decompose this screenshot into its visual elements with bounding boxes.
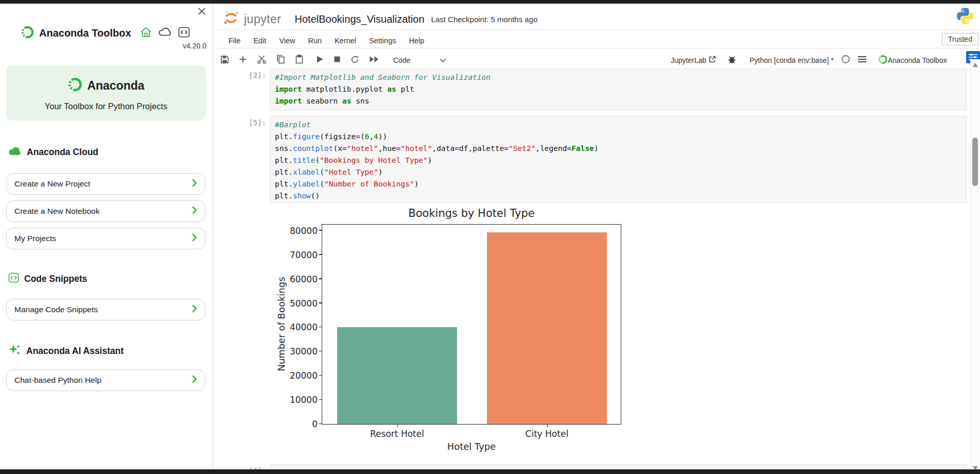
run-icon[interactable] <box>316 55 324 65</box>
code-cell-editor[interactable]: #Import Matplotlib and Seaborn for Visua… <box>270 69 967 110</box>
add-cell-icon[interactable] <box>239 55 247 65</box>
anaconda-logo-icon <box>67 77 83 94</box>
checkpoint-text: Last Checkpoint: 5 months ago <box>431 15 538 24</box>
chevron-down-icon[interactable] <box>440 56 446 65</box>
python-logo-icon <box>956 7 974 27</box>
sparkles-icon <box>7 343 22 359</box>
code-icon[interactable] <box>178 27 190 40</box>
bar-0 <box>337 327 457 424</box>
sidebar-item-my-projects[interactable]: My Projects <box>6 228 205 249</box>
sidebar-item-create-project[interactable]: Create a New Project <box>6 173 205 195</box>
sidebar-brand-title: Anaconda Toolbox <box>39 27 131 39</box>
bug-icon[interactable] <box>727 55 737 66</box>
section-title-ai-assistant: Anaconda AI Assistant <box>26 346 124 357</box>
section-title-anaconda-cloud: Anaconda Cloud <box>27 147 98 158</box>
menu-file[interactable]: File <box>229 37 240 45</box>
chevron-right-icon <box>192 304 197 315</box>
jupyter-wordmark: jupyter <box>244 12 282 26</box>
close-icon[interactable] <box>197 6 207 19</box>
paste-icon[interactable] <box>295 55 304 66</box>
chart-output: Bookings by Hotel Type Number of Booking… <box>270 206 626 456</box>
menu-edit[interactable]: Edit <box>253 37 266 45</box>
cell-toolbar: Code <box>220 51 446 70</box>
anaconda-card: Anaconda Your Toolbox for Python Project… <box>6 65 206 121</box>
menu-settings[interactable]: Settings <box>369 37 396 45</box>
top-window-bar <box>0 0 980 4</box>
screen: { "sidebar": { "brand": { "title": "Anac… <box>0 0 980 474</box>
fast-forward-icon[interactable] <box>369 56 379 65</box>
trusted-badge[interactable]: Trusted <box>942 33 978 45</box>
bar-1 <box>487 232 607 424</box>
menu-kernel[interactable]: Kernel <box>335 37 356 45</box>
cell-prompt: [5]: <box>217 118 266 127</box>
jupyterlab-link[interactable]: JupyterLab <box>671 56 706 64</box>
restart-icon[interactable] <box>351 55 359 66</box>
card-tagline: Your Toolbox for Python Projects <box>6 101 206 111</box>
hamburger-icon[interactable] <box>857 56 867 65</box>
scroll-up-icon[interactable] <box>972 60 978 70</box>
menu-run[interactable]: Run <box>308 37 322 45</box>
plot-area: 0100002000030000400005000060000700008000… <box>322 224 621 425</box>
bottom-window-bar <box>0 469 980 474</box>
menu-bar: File Edit View Run Kernel Settings Help <box>229 33 424 48</box>
chevron-right-icon <box>192 375 197 385</box>
jupyter-logo-icon[interactable] <box>222 9 240 29</box>
cloud-icon[interactable] <box>158 26 172 40</box>
anaconda-toolbox-icon[interactable] <box>878 55 888 66</box>
copy-icon[interactable] <box>276 55 285 66</box>
code-snippets-icon <box>8 273 19 285</box>
chart-title: Bookings by Hotel Type <box>322 207 621 219</box>
menu-help[interactable]: Help <box>409 37 424 45</box>
external-link-icon[interactable] <box>709 56 716 65</box>
save-icon[interactable] <box>220 55 229 66</box>
section-title-code-snippets: Code Snippets <box>24 274 87 284</box>
toolbox-toolbar-label[interactable]: Anaconda Toolbox <box>888 56 947 64</box>
cloud-filled-icon <box>8 146 22 158</box>
kernel-status-icon[interactable] <box>841 55 850 66</box>
sidebar-item-create-notebook[interactable]: Create a New Notebook <box>6 200 205 222</box>
notebook-title[interactable]: HotelBookings_Visualization <box>295 13 425 25</box>
chart-xlabel: Hotel Type <box>322 441 621 452</box>
sidebar-item-manage-snippets[interactable]: Manage Code Snippets <box>6 299 205 320</box>
sidebar-item-chat-help[interactable]: Chat-based Python Help <box>6 369 205 391</box>
home-icon[interactable] <box>139 26 152 41</box>
anaconda-logo-icon <box>21 25 34 41</box>
chevron-right-icon <box>192 233 197 244</box>
cell-type-select[interactable]: Code <box>393 56 410 64</box>
menu-view[interactable]: View <box>279 37 295 45</box>
cut-icon[interactable] <box>257 55 267 66</box>
kernel-name[interactable]: Python [conda env:base] * <box>749 56 833 64</box>
code-cell-editor[interactable]: #Barplotplt.figure(figsize=(6,4))sns.cou… <box>270 116 967 203</box>
vertical-scrollbar[interactable] <box>970 59 980 470</box>
toolbox-version: v4.20.0 <box>178 42 206 50</box>
scrollbar-thumb[interactable] <box>972 138 978 186</box>
card-brand: Anaconda <box>87 79 144 93</box>
chevron-right-icon <box>192 206 197 216</box>
cell-prompt: [2]: <box>217 71 266 79</box>
chevron-right-icon <box>192 179 197 189</box>
stop-icon[interactable] <box>334 56 341 65</box>
anaconda-toolbox-sidebar: Anaconda Toolbox v4.20.0 Anaconda Your T… <box>0 4 213 470</box>
